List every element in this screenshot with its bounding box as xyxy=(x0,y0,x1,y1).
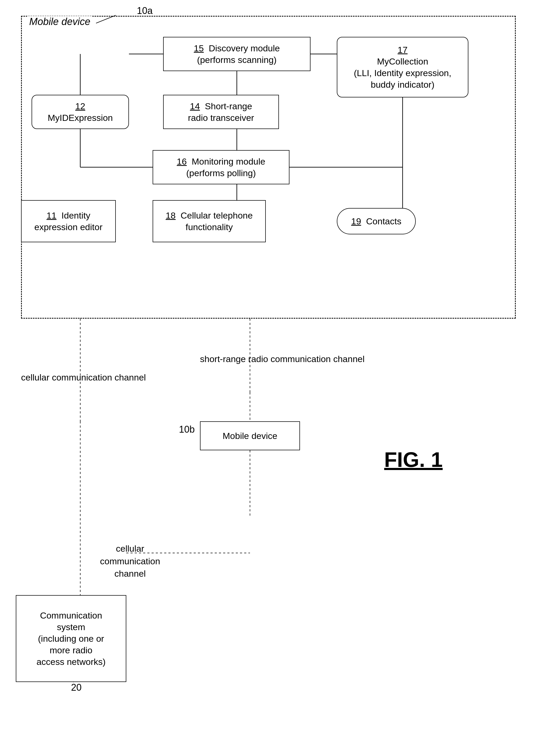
box-contacts: 19 Contacts xyxy=(337,208,416,234)
box-12-number: 12 xyxy=(75,101,85,111)
box-monitoring-module: 16 Monitoring module(performs polling) xyxy=(153,150,289,184)
label-10a: 10a xyxy=(137,5,153,16)
figure-label: FIG. 1 xyxy=(384,448,443,472)
box-14-number: 14 xyxy=(190,101,200,111)
label-cellular-communication: cellular communication channel xyxy=(21,371,146,384)
box-17-label: 17MyCollection(LLI, Identity expression,… xyxy=(354,44,451,91)
box-19-number: 19 xyxy=(351,216,361,226)
box-11-label: 11 Identityexpression editor xyxy=(34,210,103,233)
box-15-number: 15 xyxy=(194,43,204,53)
box-16-label: 16 Monitoring module(performs polling) xyxy=(177,156,265,179)
box-mycollection: 17MyCollection(LLI, Identity expression,… xyxy=(337,37,468,97)
box-identity-expression-editor: 11 Identityexpression editor xyxy=(21,200,116,242)
box-short-range-transceiver: 14 Short-rangeradio transceiver xyxy=(163,95,279,129)
label-10b-number: 10b xyxy=(179,424,195,435)
box-12-label: 12MyIDExpression xyxy=(48,100,113,123)
label-short-range-radio: short-range radio communication channel xyxy=(200,353,365,365)
box-17-number: 17 xyxy=(398,45,408,55)
box-18-number: 18 xyxy=(166,210,176,220)
box-communication-system: Communicationsystem(including one ormore… xyxy=(16,595,126,682)
box-myidexpression: 12MyIDExpression xyxy=(32,95,129,129)
box-15-label: 15 Discovery module(performs scanning) xyxy=(194,42,280,66)
box-20-label: Communicationsystem(including one ormore… xyxy=(37,610,106,668)
label-20-number: 20 xyxy=(71,682,82,693)
box-discovery-module: 15 Discovery module(performs scanning) xyxy=(163,37,310,71)
box-11-number: 11 xyxy=(47,210,57,220)
box-cellular-telephone: 18 Cellular telephonefunctionality xyxy=(153,200,266,242)
box-10b-label: Mobile device xyxy=(223,430,277,442)
box-mobile-device-10b: Mobile device xyxy=(200,421,300,450)
diagram-container: 10a Mobile device 15 Discovery module(pe… xyxy=(0,0,541,756)
box-14-label: 14 Short-rangeradio transceiver xyxy=(188,100,254,123)
label-cellular-comm-bottom: cellularcommunicationchannel xyxy=(100,542,160,580)
box-16-number: 16 xyxy=(177,156,187,166)
mobile-device-label: Mobile device xyxy=(27,16,92,27)
box-19-label: 19 Contacts xyxy=(351,215,401,227)
box-18-label: 18 Cellular telephonefunctionality xyxy=(166,210,253,233)
